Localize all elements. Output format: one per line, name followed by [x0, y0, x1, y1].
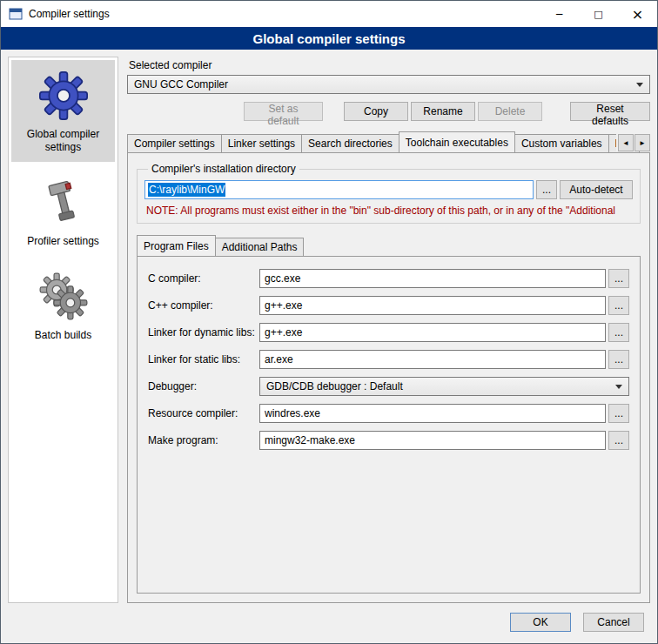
sidebar-item-label: Batch builds: [35, 329, 91, 342]
c-compiler-input[interactable]: [259, 269, 606, 288]
rename-button[interactable]: Rename: [411, 102, 475, 121]
settings-sidebar: Global compiler settings Profiler settin…: [8, 57, 118, 603]
window-title: Compiler settings: [29, 8, 110, 20]
copy-button[interactable]: Copy: [344, 102, 408, 121]
reset-defaults-button[interactable]: Reset defaults: [570, 102, 650, 121]
cancel-button[interactable]: Cancel: [583, 613, 644, 632]
profiler-icon: [39, 177, 88, 227]
field-label: C compiler:: [148, 272, 259, 285]
sidebar-item-label: Profiler settings: [27, 235, 99, 248]
subtab-program-files[interactable]: Program Files: [137, 235, 216, 256]
maximize-icon[interactable]: □: [579, 1, 618, 27]
field-label: Debugger:: [148, 380, 259, 392]
tab-toolchain-executables[interactable]: Toolchain executables: [399, 131, 515, 152]
page-title: Global compiler settings: [1, 27, 657, 50]
tab-compiler-settings[interactable]: Compiler settings: [127, 134, 222, 152]
form-row-cpp-compiler: C++ compiler: ...: [148, 296, 629, 315]
installation-directory-label: Compiler's installation directory: [148, 163, 299, 175]
form-row-resource-compiler: Resource compiler: ...: [148, 404, 629, 423]
settings-tabbar: Compiler settings Linker settings Search…: [127, 131, 650, 152]
toolchain-executables-panel: Compiler's installation directory C:\ray…: [127, 152, 650, 603]
form-row-debugger: Debugger: GDB/CDB debugger : Default: [148, 377, 629, 396]
field-label: Resource compiler:: [148, 407, 259, 419]
gear-icon: [39, 70, 88, 120]
delete-button: Delete: [478, 102, 542, 121]
tab-scroll-right-icon[interactable]: ►: [634, 134, 650, 151]
main-panel: Selected compiler GNU GCC Compiler Set a…: [127, 57, 650, 603]
batch-gears-icon: [39, 271, 88, 321]
make-program-browse-button[interactable]: ...: [608, 431, 629, 450]
tab-scroll-controls: ◄ ►: [616, 134, 650, 151]
chevron-down-icon: [636, 83, 643, 87]
debugger-select[interactable]: GDB/CDB debugger : Default: [259, 377, 629, 396]
field-label: Linker for dynamic libs:: [148, 326, 259, 339]
cpp-compiler-input[interactable]: [259, 296, 606, 315]
form-row-c-compiler: C compiler: ...: [148, 269, 629, 288]
form-row-dynamic-linker: Linker for dynamic libs: ...: [148, 323, 629, 342]
dialog-footer: OK Cancel: [1, 608, 657, 643]
install-dir-input[interactable]: C:\raylib\MinGW: [144, 180, 534, 199]
resource-compiler-browse-button[interactable]: ...: [608, 404, 629, 423]
install-dir-selected-text: C:\raylib\MinGW: [148, 183, 225, 197]
program-files-panel: C compiler: ... C++ compiler: ... Linker…: [137, 256, 641, 594]
titlebar: Compiler settings − □ ×: [1, 1, 657, 27]
tab-linker-settings[interactable]: Linker settings: [221, 134, 302, 152]
tab-scroll-left-icon[interactable]: ◄: [618, 134, 634, 151]
make-program-input[interactable]: [259, 431, 606, 450]
debugger-select-value: GDB/CDB debugger : Default: [266, 380, 403, 392]
sidebar-item-batch-builds[interactable]: Batch builds: [11, 261, 115, 350]
installation-directory-groupbox: Compiler's installation directory C:\ray…: [137, 163, 641, 224]
field-label: Linker for static libs:: [148, 353, 259, 366]
sidebar-item-global-compiler-settings[interactable]: Global compiler settings: [11, 60, 115, 162]
set-as-default-button: Set as default: [244, 102, 323, 121]
c-compiler-browse-button[interactable]: ...: [608, 269, 629, 288]
sidebar-item-profiler-settings[interactable]: Profiler settings: [11, 167, 115, 256]
static-linker-browse-button[interactable]: ...: [608, 350, 629, 369]
form-row-make-program: Make program: ...: [148, 431, 629, 450]
program-files-tabbar: Program Files Additional Paths: [137, 234, 641, 256]
dialog-content: Global compiler settings Profiler settin…: [1, 50, 657, 608]
subtab-additional-paths[interactable]: Additional Paths: [215, 238, 305, 256]
install-dir-browse-button[interactable]: ...: [536, 180, 557, 199]
dynamic-linker-browse-button[interactable]: ...: [608, 323, 629, 342]
sidebar-item-label: Global compiler settings: [14, 128, 112, 154]
window-icon: [9, 7, 23, 21]
selected-compiler-label: Selected compiler: [129, 59, 650, 71]
compiler-buttons-row: Set as default Copy Rename Delete Reset …: [127, 102, 650, 121]
window-controls: − □ ×: [540, 1, 657, 27]
programs-note-text: NOTE: All programs must exist either in …: [146, 205, 631, 217]
autodetect-button[interactable]: Auto-detect: [560, 180, 633, 199]
compiler-settings-window: Compiler settings − □ × Global compiler …: [0, 0, 658, 644]
form-row-static-linker: Linker for static libs: ...: [148, 350, 629, 369]
resource-compiler-input[interactable]: [259, 404, 606, 423]
tab-custom-variables[interactable]: Custom variables: [514, 134, 609, 152]
field-label: Make program:: [148, 434, 259, 446]
dynamic-linker-input[interactable]: [259, 323, 606, 342]
ok-button[interactable]: OK: [510, 613, 571, 632]
compiler-select[interactable]: GNU GCC Compiler: [127, 75, 650, 94]
minimize-icon[interactable]: −: [540, 1, 579, 27]
compiler-select-value: GNU GCC Compiler: [134, 78, 228, 91]
static-linker-input[interactable]: [259, 350, 606, 369]
cpp-compiler-browse-button[interactable]: ...: [608, 296, 629, 315]
close-icon[interactable]: ×: [618, 1, 657, 27]
installation-directory-row: C:\raylib\MinGW ... Auto-detect: [144, 180, 633, 199]
field-label: C++ compiler:: [148, 299, 259, 312]
chevron-down-icon: [615, 385, 622, 389]
tab-search-directories[interactable]: Search directories: [301, 134, 400, 152]
